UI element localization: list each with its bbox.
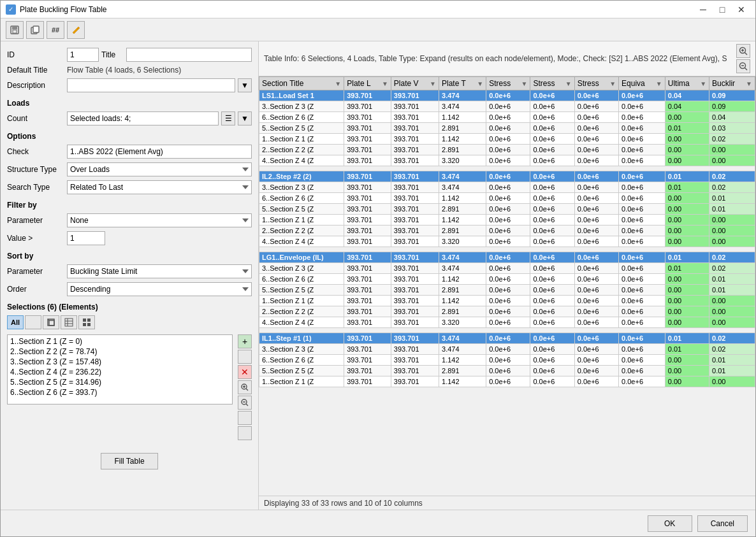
ok-button[interactable]: OK <box>648 515 692 532</box>
toolbar-btn-hash[interactable]: ## <box>47 21 64 39</box>
table-cell: 393.701 <box>391 134 439 145</box>
minimize-button[interactable]: ─ <box>694 3 712 16</box>
value-input[interactable] <box>67 231 105 245</box>
table-cell: 0.00 <box>665 306 709 317</box>
sel-btn-3d[interactable] <box>43 315 59 329</box>
table-cell: 393.701 <box>344 193 391 204</box>
sel-blank1-btn[interactable] <box>238 350 252 364</box>
description-input[interactable] <box>67 78 235 92</box>
toolbar: ## <box>1 18 755 41</box>
table-cell: 0.0e+6 <box>619 123 665 134</box>
column-header: Section Title▼ <box>259 77 344 90</box>
sel-btn-blank[interactable] <box>25 315 41 329</box>
sel-btn-all[interactable]: All <box>7 315 24 329</box>
list-item[interactable]: 5..Section Z 5 (Z = 314.96) <box>9 377 231 387</box>
filter-icon[interactable]: ▼ <box>382 80 388 87</box>
list-item[interactable]: 6..Section Z 6 (Z = 393.7) <box>9 387 231 397</box>
sel-blank3-btn[interactable] <box>238 426 252 440</box>
filter-icon[interactable]: ▼ <box>746 80 752 87</box>
check-label: Check <box>7 147 64 156</box>
table-cell: 0.0e+6 <box>574 274 618 285</box>
filter-icon[interactable]: ▼ <box>521 80 528 87</box>
group-header-value: 0.0e+6 <box>619 333 665 344</box>
sel-blank2-btn[interactable] <box>238 411 252 425</box>
description-dropdown-btn[interactable]: ▼ <box>238 78 252 92</box>
count-input[interactable] <box>67 111 219 125</box>
filter-icon[interactable]: ▼ <box>656 80 662 87</box>
count-dropdown-btn[interactable]: ▼ <box>238 111 252 125</box>
bottom-bar: OK Cancel <box>1 510 755 536</box>
table-row[interactable]: 4..Section Z 4 (Z393.701393.7013.3200.0e… <box>259 155 755 166</box>
maximize-button[interactable]: □ <box>713 3 731 16</box>
table-row[interactable]: 3..Section Z 3 (Z393.701393.7013.4740.0e… <box>259 101 755 112</box>
sel-zoom-out-btn[interactable] <box>238 396 252 410</box>
table-row[interactable]: 2..Section Z 2 (Z393.701393.7012.8910.0e… <box>259 226 755 236</box>
options-header: Options <box>7 132 252 141</box>
table-row[interactable]: 5..Section Z 5 (Z393.701393.7012.8910.0e… <box>259 366 755 376</box>
structure-type-select[interactable]: Over Loads Under Loads <box>67 162 252 176</box>
table-row[interactable]: 1..Section Z 1 (Z393.701393.7011.1420.0e… <box>259 296 755 306</box>
sel-add-btn[interactable]: + <box>238 334 252 348</box>
table-cell: 0.01 <box>709 193 755 204</box>
sort-parameter-select[interactable]: Buckling State Limit None <box>67 264 252 278</box>
table-row[interactable]: 6..Section Z 6 (Z393.701393.7011.1420.0e… <box>259 193 755 204</box>
table-row[interactable]: 1..Section Z 1 (Z393.701393.7011.1420.0e… <box>259 376 755 387</box>
table-row[interactable]: IL1..Step #1 (1)393.701393.7013.4740.0e+… <box>259 333 755 344</box>
filter-icon[interactable]: ▼ <box>335 80 341 87</box>
filter-icon[interactable]: ▼ <box>565 80 572 87</box>
table-row[interactable]: 3..Section Z 3 (Z393.701393.7013.4740.0e… <box>259 263 755 274</box>
table-row[interactable]: 5..Section Z 5 (Z393.701393.7012.8910.0e… <box>259 204 755 215</box>
table-row[interactable]: 3..Section Z 3 (Z393.701393.7013.4740.0e… <box>259 182 755 193</box>
filter-icon[interactable]: ▼ <box>700 80 706 87</box>
search-type-select[interactable]: Related To Last Related To First <box>67 180 252 194</box>
table-row[interactable]: 5..Section Z 5 (Z393.701393.7012.8910.0e… <box>259 285 755 296</box>
order-select[interactable]: Descending Ascending <box>67 282 252 296</box>
table-row[interactable]: 1..Section Z 1 (Z393.701393.7011.1420.0e… <box>259 215 755 226</box>
column-header: Stress▼ <box>530 77 574 90</box>
title-input[interactable] <box>126 48 252 62</box>
count-list-btn[interactable]: ☰ <box>221 111 235 125</box>
table-row[interactable]: 5..Section Z 5 (Z393.701393.7012.8910.0e… <box>259 123 755 134</box>
table-row[interactable]: 6..Section Z 6 (Z393.701393.7011.1420.0e… <box>259 355 755 366</box>
cancel-button[interactable]: Cancel <box>697 515 748 532</box>
filter-icon[interactable]: ▼ <box>477 80 483 87</box>
list-item[interactable]: 4..Section Z 4 (Z = 236.22) <box>9 367 231 377</box>
parameter-select[interactable]: None Buckling State Limit <box>67 213 252 227</box>
id-input[interactable] <box>67 48 99 62</box>
table-row[interactable]: 4..Section Z 4 (Z393.701393.7013.3200.0e… <box>259 317 755 328</box>
table-row[interactable]: 6..Section Z 6 (Z393.701393.7011.1420.0e… <box>259 274 755 285</box>
sel-btn-grid[interactable] <box>78 315 95 329</box>
group-header-cell: IL2..Step #2 (2) <box>259 171 344 182</box>
column-header: Plate T▼ <box>439 77 486 90</box>
table-cell: 2.891 <box>439 226 486 236</box>
sel-actions: + ✕ <box>238 334 252 440</box>
table-row[interactable]: 4..Section Z 4 (Z393.701393.7013.3200.0e… <box>259 236 755 247</box>
zoom-in-btn[interactable] <box>736 44 750 58</box>
order-row: Order Descending Ascending <box>7 282 252 296</box>
filter-icon[interactable]: ▼ <box>609 80 616 87</box>
table-row[interactable]: LS1..Load Set 1393.701393.7013.4740.0e+6… <box>259 90 755 101</box>
filter-icon[interactable]: ▼ <box>430 80 436 87</box>
table-row[interactable]: 2..Section Z 2 (Z393.701393.7012.8910.0e… <box>259 145 755 155</box>
sel-remove-btn[interactable]: ✕ <box>238 365 252 379</box>
sel-zoom-in-btn[interactable] <box>238 380 252 394</box>
toolbar-btn-1[interactable] <box>6 21 24 39</box>
list-item[interactable]: 3..Section Z 3 (Z = 157.48) <box>9 357 231 367</box>
check-input[interactable] <box>67 145 252 159</box>
sel-btn-table[interactable] <box>61 315 77 329</box>
table-cell: 0.0e+6 <box>530 263 574 274</box>
fill-table-btn[interactable]: Fill Table <box>101 453 157 469</box>
table-cell: 393.701 <box>344 145 391 155</box>
list-item[interactable]: 2..Section Z 2 (Z = 78.74) <box>9 347 231 357</box>
toolbar-btn-edit[interactable] <box>67 21 85 39</box>
table-row[interactable]: LG1..Envelope (IL)393.701393.7013.4740.0… <box>259 252 755 263</box>
table-row[interactable]: 6..Section Z 6 (Z393.701393.7011.1420.0e… <box>259 112 755 123</box>
table-row[interactable]: 1..Section Z 1 (Z393.701393.7011.1420.0e… <box>259 134 755 145</box>
list-item[interactable]: 1..Section Z 1 (Z = 0) <box>9 336 231 347</box>
close-button[interactable]: ✕ <box>732 3 750 16</box>
zoom-out-btn[interactable] <box>736 59 750 73</box>
table-row[interactable]: 2..Section Z 2 (Z393.701393.7012.8910.0e… <box>259 306 755 317</box>
table-row[interactable]: IL2..Step #2 (2)393.701393.7013.4740.0e+… <box>259 171 755 182</box>
table-row[interactable]: 3..Section Z 3 (Z393.701393.7013.4740.0e… <box>259 344 755 355</box>
toolbar-btn-2[interactable] <box>26 21 44 39</box>
